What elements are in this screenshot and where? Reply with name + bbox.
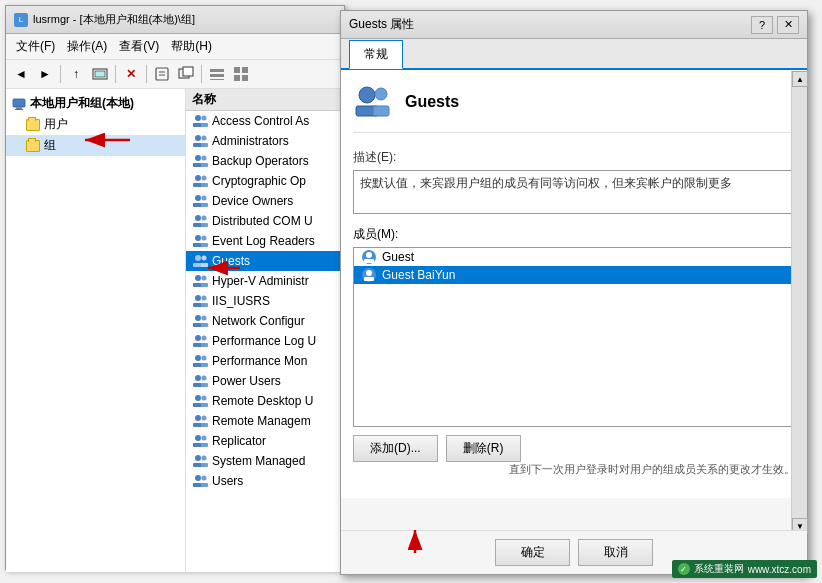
list-item[interactable]: Administrators bbox=[186, 131, 344, 151]
svg-point-67 bbox=[202, 356, 207, 361]
list-item[interactable]: System Managed bbox=[186, 451, 344, 471]
title-buttons: ? ✕ bbox=[751, 16, 799, 34]
menu-action[interactable]: 操作(A) bbox=[61, 36, 113, 57]
group-icon bbox=[192, 373, 208, 389]
menu-view[interactable]: 查看(V) bbox=[113, 36, 165, 57]
list-item-guests[interactable]: Guests bbox=[186, 251, 344, 271]
toolbar-new-window[interactable] bbox=[175, 63, 197, 85]
svg-rect-7 bbox=[210, 69, 224, 72]
list-item[interactable]: Distributed COM U bbox=[186, 211, 344, 231]
list-item[interactable]: Users bbox=[186, 471, 344, 491]
menu-help[interactable]: 帮助(H) bbox=[165, 36, 218, 57]
toolbar-delete[interactable]: ✕ bbox=[120, 63, 142, 85]
group-icon bbox=[192, 113, 208, 129]
toolbar-sep4 bbox=[201, 65, 202, 83]
svg-rect-9 bbox=[210, 79, 224, 80]
svg-point-39 bbox=[202, 216, 207, 221]
group-icon bbox=[192, 473, 208, 489]
group-header-section: Guests bbox=[353, 82, 795, 133]
list-item[interactable]: Access Control As bbox=[186, 111, 344, 131]
toolbar-back[interactable]: ◄ bbox=[10, 63, 32, 85]
svg-point-73 bbox=[195, 395, 201, 401]
scroll-up-btn[interactable]: ▲ bbox=[792, 71, 808, 87]
main-title-bar: L lusrmgr - [本地用户和组(本地)\组] bbox=[6, 6, 344, 34]
toolbar-list[interactable] bbox=[206, 63, 228, 85]
remove-button[interactable]: 删除(R) bbox=[446, 435, 521, 462]
svg-rect-88 bbox=[201, 463, 208, 467]
toolbar-show-desktop[interactable] bbox=[89, 63, 111, 85]
svg-rect-28 bbox=[201, 163, 208, 167]
list-item-label: Users bbox=[212, 474, 243, 488]
action-buttons: 添加(D)... 删除(R) bbox=[353, 435, 795, 462]
toolbar-forward[interactable]: ► bbox=[34, 63, 56, 85]
list-item[interactable]: Power Users bbox=[186, 371, 344, 391]
menu-file[interactable]: 文件(F) bbox=[10, 36, 61, 57]
list-item[interactable]: Hyper-V Administr bbox=[186, 271, 344, 291]
svg-rect-8 bbox=[210, 74, 224, 77]
tree-item-users[interactable]: 用户 bbox=[6, 114, 185, 135]
svg-point-69 bbox=[195, 375, 201, 381]
toolbar-properties[interactable] bbox=[151, 63, 173, 85]
list-item[interactable]: Event Log Readers bbox=[186, 231, 344, 251]
description-value[interactable]: 按默认值，来宾跟用户组的成员有同等访问权，但来宾帐户的限制更多 bbox=[353, 170, 795, 214]
tree-root[interactable]: 本地用户和组(本地) bbox=[6, 93, 185, 114]
list-item-label: Cryptographic Op bbox=[212, 174, 306, 188]
list-item[interactable]: Remote Desktop U bbox=[186, 391, 344, 411]
svg-point-61 bbox=[195, 335, 201, 341]
svg-point-95 bbox=[375, 88, 387, 100]
dialog-close-btn[interactable]: ✕ bbox=[777, 16, 799, 34]
svg-rect-16 bbox=[15, 109, 23, 110]
cancel-button[interactable]: 取消 bbox=[578, 539, 653, 566]
svg-point-53 bbox=[195, 295, 201, 301]
svg-rect-14 bbox=[13, 99, 25, 107]
list-item[interactable]: IIS_IUSRS bbox=[186, 291, 344, 311]
dialog-scrollbar[interactable]: ▲ ▼ bbox=[791, 71, 807, 534]
group-name-large: Guests bbox=[405, 93, 459, 111]
list-item[interactable]: Remote Managem bbox=[186, 411, 344, 431]
folder-icon-users bbox=[26, 119, 40, 131]
group-icon bbox=[192, 393, 208, 409]
svg-rect-2 bbox=[156, 68, 168, 80]
list-item[interactable]: Replicator bbox=[186, 431, 344, 451]
group-icon bbox=[192, 413, 208, 429]
list-item[interactable]: Network Configur bbox=[186, 311, 344, 331]
group-icon bbox=[192, 313, 208, 329]
tab-general[interactable]: 常规 bbox=[349, 40, 403, 69]
svg-rect-64 bbox=[201, 343, 208, 347]
svg-rect-52 bbox=[201, 283, 208, 287]
toolbar-sep1 bbox=[60, 65, 61, 83]
svg-rect-11 bbox=[242, 67, 248, 73]
add-button[interactable]: 添加(D)... bbox=[353, 435, 438, 462]
svg-rect-60 bbox=[201, 323, 208, 327]
list-item-label: Event Log Readers bbox=[212, 234, 315, 248]
svg-point-43 bbox=[202, 236, 207, 241]
list-item[interactable]: Cryptographic Op bbox=[186, 171, 344, 191]
member-guest-baiyun[interactable]: Guest BaiYun bbox=[354, 266, 794, 284]
list-item-label: IIS_IUSRS bbox=[212, 294, 270, 308]
list-item[interactable]: Device Owners bbox=[186, 191, 344, 211]
svg-rect-10 bbox=[234, 67, 240, 73]
svg-rect-15 bbox=[16, 107, 22, 109]
ok-button[interactable]: 确定 bbox=[495, 539, 570, 566]
svg-point-29 bbox=[195, 175, 201, 181]
svg-point-23 bbox=[202, 136, 207, 141]
list-item[interactable]: Performance Mon bbox=[186, 351, 344, 371]
member-icon-baiyun bbox=[362, 268, 376, 282]
list-item-label: Distributed COM U bbox=[212, 214, 313, 228]
toolbar-large-icons[interactable] bbox=[230, 63, 252, 85]
svg-rect-72 bbox=[201, 383, 208, 387]
list-item[interactable]: Backup Operators bbox=[186, 151, 344, 171]
list-item[interactable]: Performance Log U bbox=[186, 331, 344, 351]
group-icon bbox=[192, 433, 208, 449]
svg-point-17 bbox=[195, 115, 201, 121]
watermark-icon: ✓ bbox=[678, 563, 690, 575]
svg-rect-56 bbox=[201, 303, 208, 307]
dialog-help-btn[interactable]: ? bbox=[751, 16, 773, 34]
member-guest-label: Guest bbox=[382, 250, 414, 264]
tree-item-groups[interactable]: 组 bbox=[6, 135, 185, 156]
svg-rect-12 bbox=[234, 75, 240, 81]
toolbar-up[interactable]: ↑ bbox=[65, 63, 87, 85]
group-icon bbox=[192, 193, 208, 209]
member-guest[interactable]: Guest bbox=[354, 248, 794, 266]
svg-point-51 bbox=[202, 276, 207, 281]
